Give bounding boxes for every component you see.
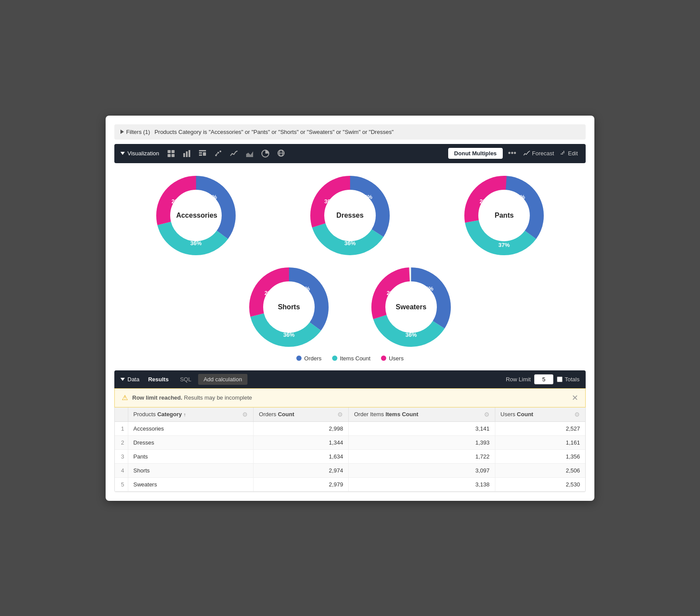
svg-text:35%: 35% <box>206 194 217 200</box>
cell-users: 2,527 <box>495 421 585 435</box>
gear-icon-users[interactable]: ⚙ <box>574 411 580 418</box>
svg-marker-15 <box>246 151 253 157</box>
svg-text:29%: 29% <box>387 290 398 296</box>
tab-results[interactable]: Results <box>144 374 173 384</box>
svg-text:30%: 30% <box>324 198 336 205</box>
viz-expand-icon <box>120 152 125 155</box>
cell-users: 1,161 <box>495 435 585 449</box>
legend-dot-users <box>381 356 386 361</box>
results-table-wrapper: Products Category ↑ ⚙ Orders Count ⚙ <box>114 407 586 492</box>
donut-label-accessories: Accessories <box>176 212 216 219</box>
svg-rect-24 <box>563 152 564 153</box>
svg-text:29%: 29% <box>480 198 491 205</box>
svg-point-11 <box>215 154 217 156</box>
sort-arrow-icon: ↑ <box>183 412 186 417</box>
table-row: 5 Sweaters 2,979 3,138 2,530 <box>115 477 585 491</box>
add-calculation-button[interactable]: Add calculation <box>198 374 247 385</box>
svg-point-13 <box>220 151 221 152</box>
donut-chart-sweaters: 34% 36% 29% Sweaters <box>367 264 455 351</box>
cell-items: 3,138 <box>349 477 495 491</box>
visualization-label: Visualization <box>120 150 159 157</box>
more-options-button[interactable]: ••• <box>505 149 519 158</box>
cell-orders: 2,979 <box>254 477 349 491</box>
donut-shorts: 35% 36% 29% Shorts <box>245 264 333 351</box>
table-icon[interactable] <box>165 147 178 160</box>
svg-rect-2 <box>168 154 171 157</box>
filter-toggle[interactable]: Filters (1) <box>120 129 150 135</box>
cell-num: 1 <box>115 421 128 435</box>
filter-expand-icon <box>120 130 124 134</box>
cell-num: 4 <box>115 463 128 477</box>
svg-rect-0 <box>168 150 171 153</box>
bar-chart-icon[interactable] <box>180 147 193 160</box>
cell-orders: 1,344 <box>254 435 349 449</box>
totals-checkbox-label[interactable]: Totals <box>557 376 580 383</box>
th-items: Order Items Items Count ⚙ <box>349 407 495 422</box>
legend-dot-items-count <box>332 356 337 361</box>
data-section: Data Results SQL Add calculation Row Lim… <box>114 370 586 492</box>
table-row: 2 Dresses 1,344 1,393 1,161 <box>115 435 585 449</box>
gear-icon-orders[interactable]: ⚙ <box>337 411 343 418</box>
pivot-icon[interactable] <box>196 147 209 160</box>
warning-close-button[interactable]: ✕ <box>572 393 578 403</box>
donut-chart-pants: 35% 37% 29% Pants <box>460 172 548 259</box>
row-limit-label: Row Limit <box>506 376 531 383</box>
scatter-icon[interactable] <box>212 147 225 160</box>
donut-chart-accessories: 35% 36% 29% Accessories <box>152 172 240 259</box>
svg-point-14 <box>216 153 217 154</box>
svg-text:36%: 36% <box>405 332 417 338</box>
cell-category: Dresses <box>128 435 254 449</box>
gear-icon-category[interactable]: ⚙ <box>242 411 248 418</box>
svg-text:36%: 36% <box>190 240 202 246</box>
table-row: 4 Shorts 2,974 3,097 2,506 <box>115 463 585 477</box>
visualization-toolbar: Visualization <box>114 144 586 163</box>
th-category: Products Category ↑ ⚙ <box>128 407 254 422</box>
svg-rect-4 <box>183 153 185 157</box>
data-toolbar: Data Results SQL Add calculation Row Lim… <box>114 370 586 388</box>
pie-chart-icon[interactable] <box>259 147 272 160</box>
totals-checkbox[interactable] <box>557 376 563 382</box>
svg-text:35%: 35% <box>514 194 525 200</box>
svg-rect-8 <box>199 152 202 154</box>
cell-users: 2,506 <box>495 463 585 477</box>
cell-category: Accessories <box>128 421 254 435</box>
cell-items: 3,097 <box>349 463 495 477</box>
donut-multiples-button[interactable]: Donut Multiples <box>448 148 503 159</box>
tab-sql[interactable]: SQL <box>175 374 196 384</box>
th-category-bold: Category <box>157 411 182 418</box>
svg-rect-21 <box>562 152 563 153</box>
cell-num: 5 <box>115 477 128 491</box>
legend-label-users: Users <box>389 355 404 362</box>
svg-rect-23 <box>562 154 563 154</box>
cell-category: Sweaters <box>128 477 254 491</box>
th-users-bold: Count <box>517 411 533 418</box>
th-users: Users Count ⚙ <box>495 407 585 422</box>
svg-point-12 <box>217 152 219 154</box>
donut-label-pants: Pants <box>484 212 524 219</box>
edit-button[interactable]: Edit <box>559 150 580 157</box>
svg-text:36%: 36% <box>283 332 295 338</box>
gear-icon-items[interactable]: ⚙ <box>484 411 490 418</box>
svg-rect-10 <box>203 152 206 156</box>
warning-normal-text: Results may be incomplete <box>184 394 252 401</box>
svg-rect-22 <box>563 151 564 152</box>
results-table: Products Category ↑ ⚙ Orders Count ⚙ <box>115 407 585 492</box>
area-chart-icon[interactable] <box>243 147 256 160</box>
table-body: 1 Accessories 2,998 3,141 2,527 2 Dresse… <box>115 421 585 491</box>
cell-num: 3 <box>115 449 128 463</box>
edit-label: Edit <box>568 150 578 157</box>
donut-chart-dresses: 34% 36% 30% Dresses <box>306 172 394 259</box>
svg-text:36%: 36% <box>344 240 356 246</box>
legend-users: Users <box>381 355 404 362</box>
cell-users: 1,356 <box>495 449 585 463</box>
line-chart-icon[interactable] <box>227 147 240 160</box>
svg-text:34%: 34% <box>361 194 372 200</box>
row-limit-input[interactable] <box>534 374 553 384</box>
map-icon[interactable] <box>275 147 288 160</box>
forecast-button[interactable]: Forecast <box>522 150 556 157</box>
svg-text:29%: 29% <box>264 290 276 296</box>
th-num <box>115 407 128 422</box>
donut-sweaters: 34% 36% 29% Sweaters <box>367 264 455 351</box>
donut-chart-shorts: 35% 36% 29% Shorts <box>245 264 333 351</box>
legend-dot-orders <box>296 356 302 361</box>
